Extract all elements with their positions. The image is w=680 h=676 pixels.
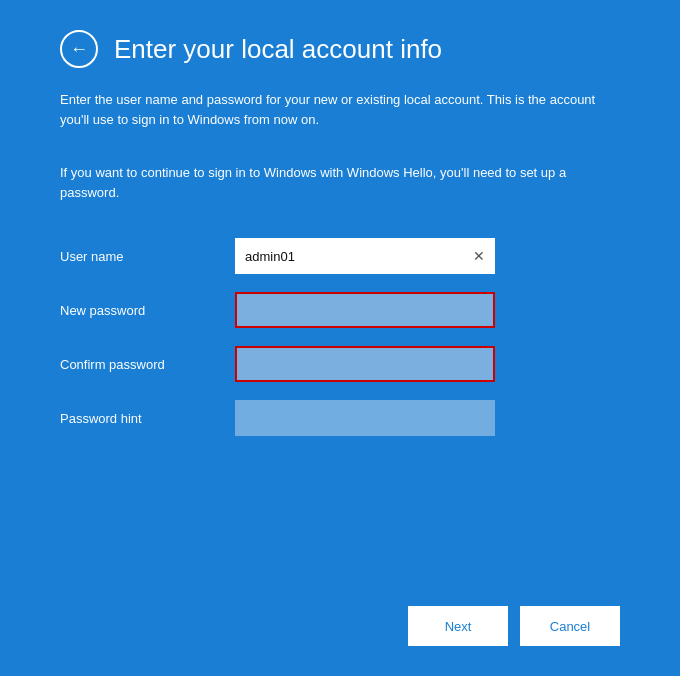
footer: Next Cancel [60,596,620,646]
page-title: Enter your local account info [114,34,442,65]
password-hint-input-wrapper [235,400,495,436]
clear-icon: ✕ [473,248,485,264]
next-button[interactable]: Next [408,606,508,646]
description-line1: Enter the user name and password for you… [60,90,620,129]
username-input[interactable] [235,238,495,274]
password-hint-label: Password hint [60,411,235,426]
password-hint-input[interactable] [235,400,495,436]
new-password-label: New password [60,303,235,318]
username-label: User name [60,249,235,264]
confirm-password-label: Confirm password [60,357,235,372]
username-input-wrapper: ✕ [235,238,495,274]
back-arrow-icon: ← [70,40,88,58]
new-password-input-wrapper [235,292,495,328]
new-password-input[interactable] [235,292,495,328]
back-button[interactable]: ← [60,30,98,68]
header: ← Enter your local account info [60,30,620,68]
username-clear-button[interactable]: ✕ [469,247,489,265]
confirm-password-row: Confirm password [60,346,620,382]
password-hint-row: Password hint [60,400,620,436]
cancel-button[interactable]: Cancel [520,606,620,646]
new-password-row: New password [60,292,620,328]
confirm-password-input[interactable] [235,346,495,382]
page-container: ← Enter your local account info Enter th… [0,0,680,676]
description-line2: If you want to continue to sign in to Wi… [60,163,620,202]
confirm-password-input-wrapper [235,346,495,382]
form-section: User name ✕ New password Confirm passwor… [60,238,620,454]
username-row: User name ✕ [60,238,620,274]
